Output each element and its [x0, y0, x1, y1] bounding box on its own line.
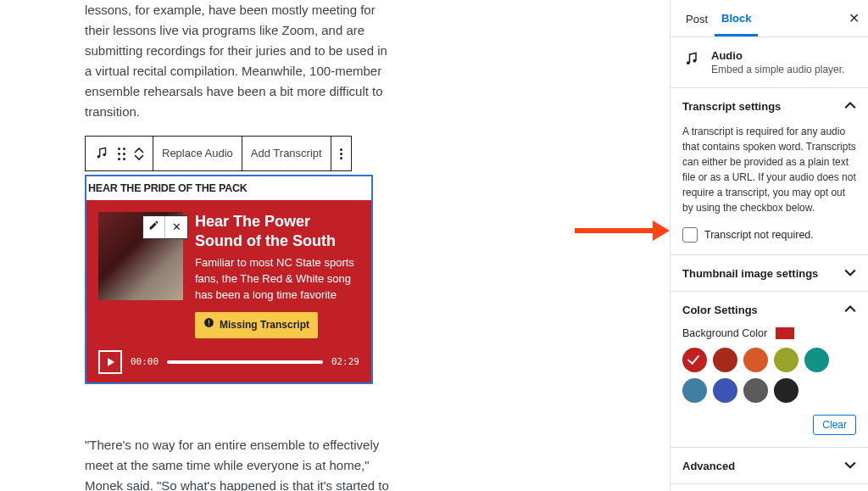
transcript-settings-panel: Transcript settings A transcript is requ…: [670, 88, 868, 255]
audio-note-icon: [94, 146, 109, 161]
advanced-panel-toggle[interactable]: Advanced: [670, 448, 868, 483]
bg-color-label: Background Color: [682, 327, 767, 339]
sidebar-tabs: Post Block ✕: [670, 0, 868, 37]
panel-title: Transcript settings: [682, 100, 781, 113]
edit-thumbnail-button[interactable]: [143, 216, 165, 238]
panel-title: Advanced: [682, 460, 735, 472]
audio-mini-title: HEAR THE PRIDE OF THE PACK: [86, 176, 371, 200]
transcript-checkbox-label: Transcript not required.: [704, 229, 814, 241]
color-swatch[interactable]: [713, 348, 737, 372]
move-updown-icon[interactable]: [134, 147, 144, 161]
bg-color-preview: [776, 327, 794, 339]
paragraph-top: lessons, for example, have been mostly m…: [85, 0, 390, 122]
pencil-icon: [148, 219, 159, 237]
block-desc: Embed a simple audio player.: [711, 64, 844, 75]
drag-handle-icon[interactable]: [118, 148, 125, 160]
audio-thumbnail-wrap: ✕: [98, 212, 183, 300]
paragraph-bottom: "There's no way for an entire ensemble t…: [85, 435, 390, 491]
panel-title: Color Settings: [682, 304, 758, 316]
block-toolbar: Replace Audio Add Transcript: [85, 136, 352, 171]
play-button[interactable]: [98, 350, 122, 374]
time-current: 00:00: [131, 354, 159, 370]
close-icon: ✕: [172, 219, 181, 237]
color-swatch[interactable]: [743, 348, 768, 372]
chevron-down-icon: [844, 266, 856, 280]
replace-audio-button[interactable]: Replace Audio: [153, 137, 242, 170]
panel-title: Thumbnail image settings: [682, 267, 818, 280]
chevron-up-icon: [844, 99, 856, 113]
color-swatch[interactable]: [774, 378, 798, 403]
audio-block-selected[interactable]: HEAR THE PRIDE OF THE PACK ✕: [85, 175, 373, 384]
annotation-arrow: [575, 219, 670, 243]
transcript-help-text: A transcript is required for any audio t…: [682, 124, 856, 215]
thumbnail-panel-toggle[interactable]: Thumbnail image settings: [670, 255, 868, 291]
audio-description: Familiar to most NC State sports fans, t…: [195, 255, 359, 304]
color-panel-toggle[interactable]: Color Settings: [670, 292, 868, 327]
transcript-panel-toggle[interactable]: Transcript settings: [670, 88, 868, 124]
inspector-sidebar: Post Block ✕ Audio Embed a simple audio …: [670, 0, 868, 491]
color-swatch[interactable]: [804, 348, 829, 372]
clear-color-button[interactable]: Clear: [813, 415, 856, 435]
tab-block[interactable]: Block: [715, 1, 758, 36]
audio-timeline[interactable]: [167, 360, 323, 364]
svg-rect-4: [209, 324, 209, 325]
editor-canvas: lessons, for example, have been mostly m…: [0, 0, 670, 491]
chevron-down-icon: [844, 459, 856, 472]
thumbnail-settings-panel: Thumbnail image settings: [670, 255, 868, 292]
remove-thumbnail-button[interactable]: ✕: [165, 216, 187, 238]
color-swatch[interactable]: [774, 348, 798, 372]
svg-point-1: [103, 153, 105, 156]
time-total: 02:29: [331, 354, 359, 370]
thumbnail-edit-controls: ✕: [142, 215, 188, 239]
audio-title: Hear The Power Sound of the South: [195, 212, 359, 250]
play-icon: [108, 358, 114, 366]
svg-rect-3: [209, 320, 209, 323]
advanced-panel: Advanced: [670, 448, 868, 484]
color-swatches: [682, 348, 856, 403]
more-icon: [340, 148, 342, 159]
chevron-up-icon: [844, 303, 856, 316]
warning-icon: [203, 317, 214, 333]
color-swatch[interactable]: [713, 378, 737, 403]
missing-transcript-badge: Missing Transcript: [195, 312, 318, 338]
svg-point-6: [693, 59, 697, 63]
color-swatch[interactable]: [682, 348, 707, 372]
more-options-button[interactable]: [331, 137, 351, 170]
color-swatch[interactable]: [682, 378, 707, 403]
color-settings-panel: Color Settings Background Color Clear: [670, 292, 868, 448]
block-identity: Audio Embed a simple audio player.: [670, 37, 868, 88]
add-transcript-button[interactable]: Add Transcript: [242, 137, 331, 170]
block-type-cell[interactable]: [86, 137, 153, 170]
audio-player-controls: 00:00 02:29: [98, 350, 359, 374]
color-swatch[interactable]: [743, 378, 768, 403]
svg-point-5: [687, 61, 690, 64]
audio-note-icon: [682, 49, 701, 75]
close-sidebar-button[interactable]: ✕: [849, 10, 860, 26]
block-name: Audio: [711, 49, 844, 62]
transcript-not-required-checkbox[interactable]: [682, 227, 698, 243]
audio-card: ✕ Hear The Power Sound of the South Fami…: [86, 200, 371, 382]
svg-point-0: [97, 155, 100, 158]
close-icon: ✕: [849, 11, 860, 25]
tab-post[interactable]: Post: [679, 2, 715, 35]
missing-transcript-label: Missing Transcript: [220, 317, 309, 333]
